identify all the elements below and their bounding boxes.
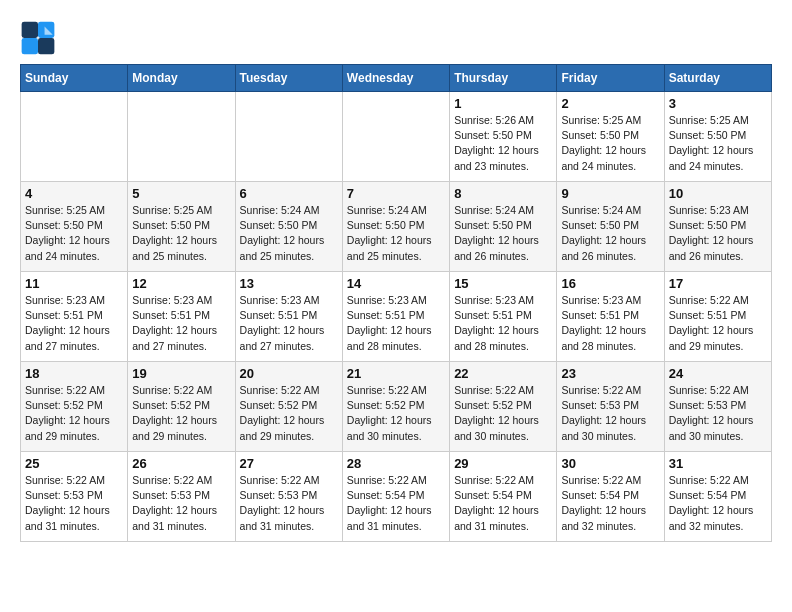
day-cell: 10Sunrise: 5:23 AM Sunset: 5:50 PM Dayli… <box>664 182 771 272</box>
day-cell: 31Sunrise: 5:22 AM Sunset: 5:54 PM Dayli… <box>664 452 771 542</box>
svg-rect-3 <box>38 38 54 54</box>
day-cell: 8Sunrise: 5:24 AM Sunset: 5:50 PM Daylig… <box>450 182 557 272</box>
day-cell: 29Sunrise: 5:22 AM Sunset: 5:54 PM Dayli… <box>450 452 557 542</box>
day-number: 3 <box>669 96 767 111</box>
calendar-table: SundayMondayTuesdayWednesdayThursdayFrid… <box>20 64 772 542</box>
day-number: 10 <box>669 186 767 201</box>
day-cell: 14Sunrise: 5:23 AM Sunset: 5:51 PM Dayli… <box>342 272 449 362</box>
day-number: 24 <box>669 366 767 381</box>
day-number: 20 <box>240 366 338 381</box>
svg-rect-0 <box>22 22 38 38</box>
day-info: Sunrise: 5:23 AM Sunset: 5:51 PM Dayligh… <box>25 293 123 354</box>
day-number: 9 <box>561 186 659 201</box>
day-info: Sunrise: 5:25 AM Sunset: 5:50 PM Dayligh… <box>561 113 659 174</box>
day-cell: 24Sunrise: 5:22 AM Sunset: 5:53 PM Dayli… <box>664 362 771 452</box>
day-info: Sunrise: 5:22 AM Sunset: 5:53 PM Dayligh… <box>25 473 123 534</box>
weekday-header-thursday: Thursday <box>450 65 557 92</box>
day-number: 15 <box>454 276 552 291</box>
day-number: 2 <box>561 96 659 111</box>
day-cell: 1Sunrise: 5:26 AM Sunset: 5:50 PM Daylig… <box>450 92 557 182</box>
day-number: 7 <box>347 186 445 201</box>
day-cell: 30Sunrise: 5:22 AM Sunset: 5:54 PM Dayli… <box>557 452 664 542</box>
day-info: Sunrise: 5:22 AM Sunset: 5:52 PM Dayligh… <box>240 383 338 444</box>
day-cell: 20Sunrise: 5:22 AM Sunset: 5:52 PM Dayli… <box>235 362 342 452</box>
day-cell: 12Sunrise: 5:23 AM Sunset: 5:51 PM Dayli… <box>128 272 235 362</box>
header <box>20 20 772 56</box>
day-info: Sunrise: 5:22 AM Sunset: 5:53 PM Dayligh… <box>669 383 767 444</box>
day-cell: 19Sunrise: 5:22 AM Sunset: 5:52 PM Dayli… <box>128 362 235 452</box>
day-number: 26 <box>132 456 230 471</box>
day-info: Sunrise: 5:22 AM Sunset: 5:54 PM Dayligh… <box>561 473 659 534</box>
week-row-2: 4Sunrise: 5:25 AM Sunset: 5:50 PM Daylig… <box>21 182 772 272</box>
day-number: 23 <box>561 366 659 381</box>
weekday-header-wednesday: Wednesday <box>342 65 449 92</box>
day-info: Sunrise: 5:23 AM Sunset: 5:51 PM Dayligh… <box>454 293 552 354</box>
day-cell: 9Sunrise: 5:24 AM Sunset: 5:50 PM Daylig… <box>557 182 664 272</box>
week-row-1: 1Sunrise: 5:26 AM Sunset: 5:50 PM Daylig… <box>21 92 772 182</box>
day-number: 12 <box>132 276 230 291</box>
day-info: Sunrise: 5:22 AM Sunset: 5:52 PM Dayligh… <box>454 383 552 444</box>
day-info: Sunrise: 5:22 AM Sunset: 5:53 PM Dayligh… <box>132 473 230 534</box>
day-number: 6 <box>240 186 338 201</box>
svg-rect-2 <box>22 38 38 54</box>
day-number: 14 <box>347 276 445 291</box>
day-cell: 2Sunrise: 5:25 AM Sunset: 5:50 PM Daylig… <box>557 92 664 182</box>
day-cell <box>21 92 128 182</box>
day-number: 31 <box>669 456 767 471</box>
weekday-header-tuesday: Tuesday <box>235 65 342 92</box>
day-info: Sunrise: 5:22 AM Sunset: 5:54 PM Dayligh… <box>454 473 552 534</box>
day-cell: 18Sunrise: 5:22 AM Sunset: 5:52 PM Dayli… <box>21 362 128 452</box>
day-number: 1 <box>454 96 552 111</box>
day-number: 16 <box>561 276 659 291</box>
weekday-header-row: SundayMondayTuesdayWednesdayThursdayFrid… <box>21 65 772 92</box>
day-info: Sunrise: 5:22 AM Sunset: 5:54 PM Dayligh… <box>347 473 445 534</box>
week-row-5: 25Sunrise: 5:22 AM Sunset: 5:53 PM Dayli… <box>21 452 772 542</box>
day-cell: 21Sunrise: 5:22 AM Sunset: 5:52 PM Dayli… <box>342 362 449 452</box>
day-cell: 5Sunrise: 5:25 AM Sunset: 5:50 PM Daylig… <box>128 182 235 272</box>
day-number: 13 <box>240 276 338 291</box>
day-cell: 25Sunrise: 5:22 AM Sunset: 5:53 PM Dayli… <box>21 452 128 542</box>
day-number: 11 <box>25 276 123 291</box>
day-info: Sunrise: 5:24 AM Sunset: 5:50 PM Dayligh… <box>347 203 445 264</box>
day-info: Sunrise: 5:22 AM Sunset: 5:51 PM Dayligh… <box>669 293 767 354</box>
day-number: 17 <box>669 276 767 291</box>
day-number: 4 <box>25 186 123 201</box>
day-cell: 4Sunrise: 5:25 AM Sunset: 5:50 PM Daylig… <box>21 182 128 272</box>
day-cell <box>128 92 235 182</box>
day-info: Sunrise: 5:23 AM Sunset: 5:51 PM Dayligh… <box>561 293 659 354</box>
week-row-4: 18Sunrise: 5:22 AM Sunset: 5:52 PM Dayli… <box>21 362 772 452</box>
weekday-header-saturday: Saturday <box>664 65 771 92</box>
day-info: Sunrise: 5:23 AM Sunset: 5:51 PM Dayligh… <box>132 293 230 354</box>
day-number: 27 <box>240 456 338 471</box>
day-cell: 11Sunrise: 5:23 AM Sunset: 5:51 PM Dayli… <box>21 272 128 362</box>
day-number: 18 <box>25 366 123 381</box>
day-number: 21 <box>347 366 445 381</box>
day-number: 28 <box>347 456 445 471</box>
weekday-header-sunday: Sunday <box>21 65 128 92</box>
weekday-header-friday: Friday <box>557 65 664 92</box>
day-info: Sunrise: 5:25 AM Sunset: 5:50 PM Dayligh… <box>25 203 123 264</box>
day-number: 19 <box>132 366 230 381</box>
day-cell: 15Sunrise: 5:23 AM Sunset: 5:51 PM Dayli… <box>450 272 557 362</box>
week-row-3: 11Sunrise: 5:23 AM Sunset: 5:51 PM Dayli… <box>21 272 772 362</box>
day-info: Sunrise: 5:22 AM Sunset: 5:52 PM Dayligh… <box>347 383 445 444</box>
day-info: Sunrise: 5:23 AM Sunset: 5:51 PM Dayligh… <box>240 293 338 354</box>
day-info: Sunrise: 5:22 AM Sunset: 5:53 PM Dayligh… <box>561 383 659 444</box>
day-cell: 3Sunrise: 5:25 AM Sunset: 5:50 PM Daylig… <box>664 92 771 182</box>
day-number: 5 <box>132 186 230 201</box>
day-cell: 28Sunrise: 5:22 AM Sunset: 5:54 PM Dayli… <box>342 452 449 542</box>
day-info: Sunrise: 5:22 AM Sunset: 5:54 PM Dayligh… <box>669 473 767 534</box>
day-info: Sunrise: 5:23 AM Sunset: 5:51 PM Dayligh… <box>347 293 445 354</box>
day-info: Sunrise: 5:26 AM Sunset: 5:50 PM Dayligh… <box>454 113 552 174</box>
day-number: 22 <box>454 366 552 381</box>
day-cell <box>342 92 449 182</box>
day-cell: 16Sunrise: 5:23 AM Sunset: 5:51 PM Dayli… <box>557 272 664 362</box>
day-cell: 7Sunrise: 5:24 AM Sunset: 5:50 PM Daylig… <box>342 182 449 272</box>
page: SundayMondayTuesdayWednesdayThursdayFrid… <box>0 0 792 552</box>
day-info: Sunrise: 5:22 AM Sunset: 5:53 PM Dayligh… <box>240 473 338 534</box>
day-info: Sunrise: 5:24 AM Sunset: 5:50 PM Dayligh… <box>240 203 338 264</box>
logo <box>20 20 62 56</box>
day-info: Sunrise: 5:25 AM Sunset: 5:50 PM Dayligh… <box>669 113 767 174</box>
day-cell: 13Sunrise: 5:23 AM Sunset: 5:51 PM Dayli… <box>235 272 342 362</box>
logo-icon <box>20 20 56 56</box>
